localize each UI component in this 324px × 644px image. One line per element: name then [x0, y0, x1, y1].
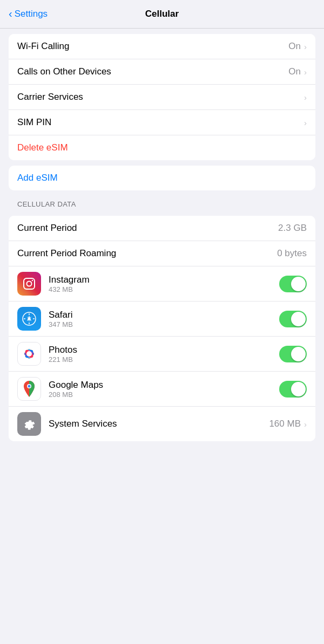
svg-rect-0 — [24, 278, 35, 289]
google-maps-icon — [17, 377, 41, 401]
back-button[interactable]: ‹ Settings — [9, 8, 48, 20]
system-services-value: 160 MB — [269, 419, 301, 429]
wifi-calling-value: On › — [288, 41, 307, 52]
back-label: Settings — [15, 9, 48, 19]
calls-other-devices-value: On › — [288, 66, 307, 77]
current-period-roaming-row[interactable]: Current Period Roaming 0 bytes — [9, 241, 315, 266]
photos-row[interactable]: Photos 221 MB — [9, 337, 315, 372]
current-period-value: 2.3 GB — [278, 223, 307, 234]
safari-toggle[interactable] — [279, 311, 307, 327]
add-esim-section: Add eSIM — [9, 166, 315, 190]
photos-size: 221 MB — [49, 355, 272, 364]
safari-row[interactable]: Safari 347 MB — [9, 302, 315, 337]
photos-icon — [17, 342, 41, 366]
back-chevron-icon: ‹ — [9, 8, 12, 20]
google-maps-size: 208 MB — [49, 390, 272, 399]
current-period-label: Current Period — [17, 223, 77, 234]
calls-other-devices-row[interactable]: Calls on Other Devices On › — [9, 59, 315, 85]
system-services-info: System Services — [49, 419, 261, 429]
carrier-services-row[interactable]: Carrier Services › — [9, 85, 315, 110]
instagram-size: 432 MB — [49, 285, 272, 293]
safari-name: Safari — [49, 310, 272, 320]
add-esim-row[interactable]: Add eSIM — [9, 166, 315, 190]
svg-point-1 — [27, 282, 32, 286]
sim-pin-label: SIM PIN — [17, 117, 51, 128]
add-esim-label: Add eSIM — [17, 173, 58, 183]
instagram-name: Instagram — [49, 275, 272, 285]
google-maps-row[interactable]: Google Maps 208 MB — [9, 372, 315, 407]
system-services-row[interactable]: System Services 160 MB › — [9, 407, 315, 441]
system-services-icon — [17, 412, 41, 436]
svg-point-2 — [32, 280, 33, 281]
svg-point-18 — [26, 351, 32, 357]
wifi-calling-row[interactable]: Wi-Fi Calling On › — [9, 34, 315, 59]
photos-name: Photos — [49, 345, 272, 355]
wifi-calling-label: Wi-Fi Calling — [17, 41, 69, 52]
carrier-services-label: Carrier Services — [17, 92, 83, 102]
safari-size: 347 MB — [49, 320, 272, 328]
system-services-chevron-icon: › — [304, 420, 307, 429]
chevron-right-icon: › — [304, 42, 307, 51]
sim-pin-row[interactable]: SIM PIN › — [9, 110, 315, 135]
current-period-roaming-label: Current Period Roaming — [17, 248, 116, 259]
system-services-value-container: 160 MB › — [269, 419, 307, 429]
instagram-toggle[interactable] — [279, 276, 307, 292]
google-maps-toggle[interactable] — [279, 381, 307, 398]
google-maps-info: Google Maps 208 MB — [49, 380, 272, 399]
settings-section: Wi-Fi Calling On › Calls on Other Device… — [9, 34, 315, 160]
chevron-right-icon: › — [304, 67, 307, 77]
delete-esim-label: Delete eSIM — [17, 142, 68, 153]
system-services-name: System Services — [49, 419, 261, 429]
cellular-data-section-label-container: CELLULAR DATA — [0, 196, 324, 210]
svg-point-20 — [28, 385, 31, 388]
current-period-roaming-value: 0 bytes — [277, 248, 307, 259]
cellular-data-section-label: CELLULAR DATA — [0, 196, 324, 210]
photos-info: Photos 221 MB — [49, 345, 272, 364]
delete-esim-row[interactable]: Delete eSIM — [9, 135, 315, 160]
google-maps-name: Google Maps — [49, 380, 272, 390]
navigation-header: ‹ Settings Cellular — [0, 0, 324, 29]
calls-other-devices-label: Calls on Other Devices — [17, 66, 111, 77]
safari-icon — [17, 307, 41, 331]
instagram-row[interactable]: Instagram 432 MB — [9, 266, 315, 302]
current-period-row[interactable]: Current Period 2.3 GB — [9, 216, 315, 241]
instagram-icon — [17, 272, 41, 296]
instagram-info: Instagram 432 MB — [49, 275, 272, 293]
cellular-data-section: Current Period 2.3 GB Current Period Roa… — [9, 216, 315, 441]
chevron-right-icon: › — [304, 118, 307, 127]
chevron-right-icon: › — [304, 93, 307, 102]
photos-toggle[interactable] — [279, 346, 307, 362]
safari-info: Safari 347 MB — [49, 310, 272, 328]
page-title: Cellular — [145, 9, 179, 19]
